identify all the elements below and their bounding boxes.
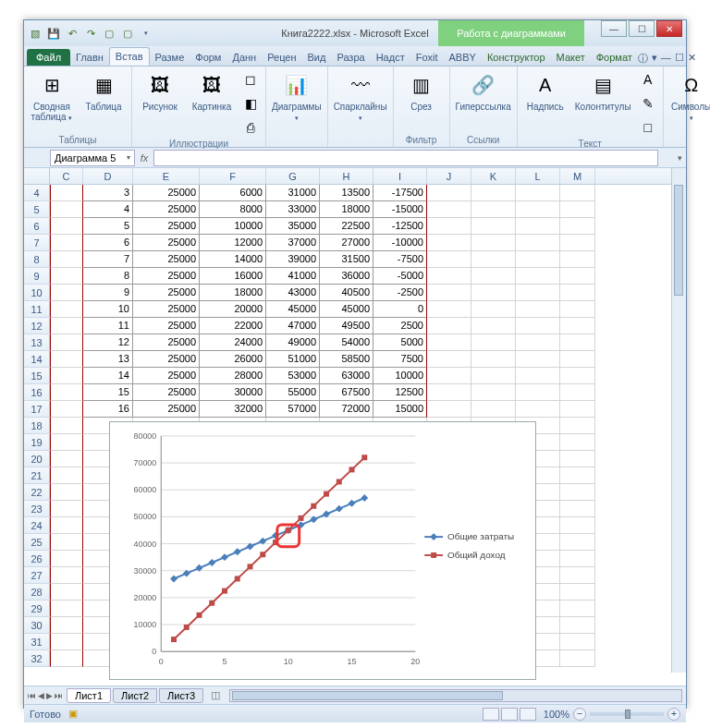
cell-C14[interactable] xyxy=(50,351,83,368)
legend-label[interactable]: Общий доход xyxy=(447,550,506,560)
cell-M14[interactable] xyxy=(560,351,595,368)
tab-встав[interactable]: Встав xyxy=(109,47,150,66)
new-sheet-button[interactable]: ◫ xyxy=(205,689,226,701)
cell-M29[interactable] xyxy=(560,601,595,617)
row-header-19[interactable]: 19 xyxy=(24,434,50,451)
cell-F11[interactable]: 20000 xyxy=(200,301,266,318)
cell-M21[interactable] xyxy=(560,467,595,484)
cell-K15[interactable] xyxy=(471,368,516,384)
object-button[interactable]: □ xyxy=(637,116,659,139)
chart-marker[interactable] xyxy=(209,601,214,606)
cell-I14[interactable]: 7500 xyxy=(373,351,427,368)
cell-M31[interactable] xyxy=(560,634,595,650)
cell-F8[interactable]: 14000 xyxy=(200,251,266,268)
cell-E4[interactable]: 25000 xyxy=(133,185,200,201)
chart-marker[interactable] xyxy=(361,494,368,502)
cell-I6[interactable]: -12500 xyxy=(373,218,427,235)
pivot-button[interactable]: ⊞Своднаятаблица ▾ xyxy=(28,68,76,124)
cell-L13[interactable] xyxy=(516,334,560,351)
tab-конструктор[interactable]: Конструктор xyxy=(482,49,551,66)
name-box[interactable]: Диаграмма 5 ▾ xyxy=(50,150,135,166)
chart-marker[interactable] xyxy=(248,564,253,569)
cell-H9[interactable]: 36000 xyxy=(320,268,373,285)
cell-K16[interactable] xyxy=(471,384,516,401)
cell-C15[interactable] xyxy=(50,368,83,384)
cell-M12[interactable] xyxy=(560,318,595,334)
cell-M30[interactable] xyxy=(560,617,595,634)
sheet-nav-first-icon[interactable]: ⏮ xyxy=(28,691,36,700)
chart-marker[interactable] xyxy=(299,516,304,521)
cell-C11[interactable] xyxy=(50,301,83,318)
tab-abby[interactable]: ABBY xyxy=(444,49,482,66)
cell-J14[interactable] xyxy=(427,351,471,368)
cell-G4[interactable]: 31000 xyxy=(266,185,320,201)
cell-M19[interactable] xyxy=(560,434,595,451)
cell-D12[interactable]: 11 xyxy=(83,318,133,334)
column-header-J[interactable]: J xyxy=(427,168,471,184)
chart-marker[interactable] xyxy=(260,552,265,557)
cell-C26[interactable] xyxy=(50,551,83,567)
cell-K17[interactable] xyxy=(471,401,516,418)
column-header-H[interactable]: H xyxy=(320,168,373,184)
maximize-button[interactable]: ☐ xyxy=(629,20,655,37)
cell-E12[interactable]: 25000 xyxy=(133,318,200,334)
cell-E10[interactable]: 25000 xyxy=(133,285,200,301)
cell-C12[interactable] xyxy=(50,318,83,334)
cell-C25[interactable] xyxy=(50,534,83,551)
cell-F5[interactable]: 8000 xyxy=(200,201,266,218)
tab-макет[interactable]: Макет xyxy=(551,49,591,66)
cell-J12[interactable] xyxy=(427,318,471,334)
row-header-22[interactable]: 22 xyxy=(24,484,50,501)
cell-F15[interactable]: 28000 xyxy=(200,368,266,384)
cell-E16[interactable]: 25000 xyxy=(133,384,200,401)
cell-D8[interactable]: 7 xyxy=(83,251,133,268)
cell-J8[interactable] xyxy=(427,251,471,268)
cell-C30[interactable] xyxy=(50,617,83,634)
cell-D13[interactable]: 12 xyxy=(83,334,133,351)
chart-marker[interactable] xyxy=(171,637,177,642)
cell-H5[interactable]: 18000 xyxy=(320,201,373,218)
cell-C10[interactable] xyxy=(50,285,83,301)
cell-G13[interactable]: 49000 xyxy=(266,334,320,351)
row-header-12[interactable]: 12 xyxy=(24,318,50,334)
tab-данн[interactable]: Данн xyxy=(226,49,262,66)
cell-H8[interactable]: 31500 xyxy=(320,251,373,268)
ribbon-minimize-icon[interactable]: ▾ xyxy=(652,52,657,66)
cell-M15[interactable] xyxy=(560,368,595,384)
close-button[interactable]: ✕ xyxy=(656,20,682,37)
qat-customize-icon[interactable]: ▾ xyxy=(139,26,153,41)
row-header-4[interactable]: 4 xyxy=(24,185,50,201)
cell-C9[interactable] xyxy=(50,268,83,285)
row-header-24[interactable]: 24 xyxy=(24,517,50,534)
cell-F10[interactable]: 18000 xyxy=(200,285,266,301)
cell-E17[interactable]: 25000 xyxy=(133,401,200,418)
cell-M8[interactable] xyxy=(560,251,595,268)
chart-series-line[interactable] xyxy=(174,457,364,639)
redo-icon[interactable]: ↷ xyxy=(83,26,98,41)
zoom-level[interactable]: 100% xyxy=(544,709,569,720)
cell-L15[interactable] xyxy=(516,368,560,384)
cell-C13[interactable] xyxy=(50,334,83,351)
tab-вид[interactable]: Вид xyxy=(302,49,332,66)
doc-minimize-icon[interactable]: — xyxy=(661,52,671,66)
cell-I8[interactable]: -7500 xyxy=(373,251,427,268)
cell-H17[interactable]: 72000 xyxy=(320,401,373,418)
chart-marker[interactable] xyxy=(208,559,215,566)
cell-I12[interactable]: 2500 xyxy=(373,318,427,334)
cell-K5[interactable] xyxy=(471,201,516,218)
cell-D14[interactable]: 13 xyxy=(83,351,133,368)
zoom-in-button[interactable]: + xyxy=(667,708,680,721)
cell-G15[interactable]: 53000 xyxy=(266,368,320,384)
view-normal-button[interactable] xyxy=(483,708,499,721)
column-header-L[interactable]: L xyxy=(516,168,560,184)
cell-I7[interactable]: -10000 xyxy=(373,235,427,251)
column-header-I[interactable]: I xyxy=(373,168,427,184)
cell-I16[interactable]: 12500 xyxy=(373,384,427,401)
cell-M13[interactable] xyxy=(560,334,595,351)
cell-G12[interactable]: 47000 xyxy=(266,318,320,334)
wordart-button[interactable]: A xyxy=(637,68,659,91)
column-header-F[interactable]: F xyxy=(200,168,266,184)
cell-J4[interactable] xyxy=(427,185,471,201)
picture-button[interactable]: 🖼Рисунок xyxy=(136,68,184,114)
cell-L9[interactable] xyxy=(516,268,560,285)
